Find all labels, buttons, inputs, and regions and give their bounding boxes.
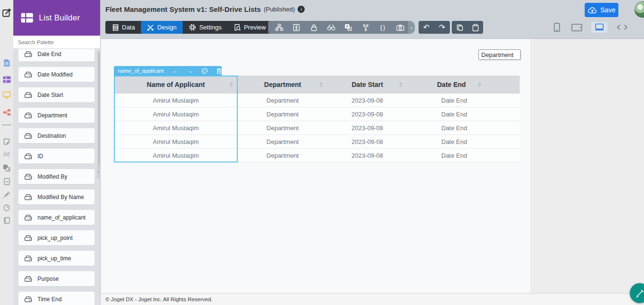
data-field-icon: [24, 276, 32, 282]
internationalization-icon[interactable]: [0, 164, 13, 172]
tab-design[interactable]: Design: [141, 21, 182, 34]
selected-column-id: name_of_applicant: [118, 68, 164, 74]
device-preview-group: [551, 21, 630, 34]
redo-icon[interactable]: ↷: [436, 24, 449, 31]
list-preview-table: Name of Applicant Department Date Start …: [114, 76, 520, 162]
published-status: (Published): [264, 6, 295, 13]
data-field-icon: [24, 71, 32, 78]
paste-icon[interactable]: [469, 24, 482, 31]
palette-item-pick-up-point[interactable]: pick_up_point: [18, 230, 95, 246]
table-cell[interactable]: 2023-09-08: [327, 135, 407, 148]
braces-icon[interactable]: {}: [377, 24, 389, 31]
user-avatar[interactable]: [635, 1, 644, 18]
table-cell[interactable]: Department: [238, 135, 327, 148]
table-cell[interactable]: 2023-09-08: [327, 107, 407, 121]
info-icon[interactable]: i: [298, 6, 305, 13]
table-row: Amirul Mustaqim Department 2023-09-08 Da…: [114, 149, 520, 162]
list-builder-nav-icon[interactable]: [0, 76, 13, 83]
table-cell[interactable]: 2023-09-08: [327, 149, 407, 162]
undo-icon[interactable]: ↶: [420, 24, 433, 31]
sidebar-collapse-handle[interactable]: ‹: [97, 165, 101, 179]
form-builder-nav-icon[interactable]: [0, 59, 13, 67]
gear-icon: [189, 24, 196, 31]
palette-item-name-of-applicant[interactable]: name_of_applicant: [18, 210, 95, 225]
table-cell[interactable]: Date End: [407, 107, 520, 121]
compose-edit-icon[interactable]: [0, 8, 13, 18]
selected-column-tag: name_of_applicant ← →: [114, 66, 222, 76]
palette-item-id[interactable]: ID: [18, 148, 95, 164]
branch-icon[interactable]: [360, 24, 372, 31]
move-column-left-icon[interactable]: ←: [172, 68, 178, 74]
palette-item-date-modified[interactable]: Date Modified: [18, 67, 95, 82]
copy-icon[interactable]: [453, 24, 467, 31]
builder-header: List Builder: [13, 0, 100, 36]
move-column-right-icon[interactable]: →: [187, 68, 193, 74]
tab-settings[interactable]: Settings: [183, 21, 228, 34]
table-cell[interactable]: Amirul Mustaqim: [114, 135, 238, 148]
palette-item-date-end[interactable]: Date End: [18, 49, 95, 62]
table-cell[interactable]: Department: [238, 107, 327, 121]
performance-gauge-icon[interactable]: [0, 204, 13, 211]
tab-preview[interactable]: Preview: [228, 21, 272, 34]
variables-icon[interactable]: {x}: [0, 151, 13, 157]
palette-item-modified-by[interactable]: Modified By: [18, 169, 95, 184]
desktop-preview-icon[interactable]: [591, 22, 607, 33]
table-cell[interactable]: Amirul Mustaqim: [114, 121, 238, 134]
tools-overflow-chevron-icon[interactable]: ›: [408, 21, 415, 34]
process-builder-nav-icon[interactable]: [0, 109, 13, 116]
report-icon[interactable]: [0, 178, 13, 185]
table-row: Amirul Mustaqim Department 2023-09-08 Da…: [114, 121, 520, 135]
table-cell[interactable]: Amirul Mustaqim: [114, 149, 238, 162]
column-header-date-end[interactable]: Date End: [407, 76, 520, 94]
palette-item-purpose[interactable]: Purpose: [18, 271, 95, 286]
drag-ghost-department[interactable]: Department: [478, 49, 521, 60]
palette-item-destination[interactable]: Destination: [18, 128, 95, 143]
palette-search-input[interactable]: [13, 36, 100, 48]
plugin-icon[interactable]: [0, 191, 13, 199]
table-cell[interactable]: Amirul Mustaqim: [114, 107, 238, 121]
table-cell[interactable]: 2023-09-08: [327, 94, 407, 107]
table-cell[interactable]: Date End: [407, 135, 520, 148]
sort-icon: [229, 82, 233, 87]
data-field-icon: [24, 296, 32, 303]
column-header-date-start[interactable]: Date Start: [327, 76, 407, 94]
binoculars-icon[interactable]: [325, 24, 337, 31]
notes-icon[interactable]: [0, 138, 13, 145]
table-cell[interactable]: Department: [238, 149, 327, 162]
column-header-department[interactable]: Department: [238, 76, 327, 94]
tablet-preview-icon[interactable]: [569, 22, 585, 33]
palette-item-modified-by-name[interactable]: Modified By Name: [18, 189, 95, 205]
save-button[interactable]: Save: [585, 3, 618, 17]
undo-redo-group: ↶ ↷: [419, 21, 450, 34]
tab-data[interactable]: Data: [106, 21, 141, 34]
table-cell[interactable]: Date End: [407, 149, 520, 162]
data-field-icon: [24, 255, 32, 262]
table-cell[interactable]: Department: [238, 121, 327, 134]
table-cell[interactable]: Department: [238, 94, 327, 107]
table-cell[interactable]: Date End: [407, 121, 520, 134]
responsive-width-icon[interactable]: [614, 23, 630, 31]
palette-item-department[interactable]: Department: [18, 107, 95, 123]
palette-item-time-end[interactable]: Time End: [18, 291, 95, 305]
phone-preview-icon[interactable]: [551, 21, 562, 33]
form-data-icon[interactable]: [290, 24, 303, 31]
delete-column-icon[interactable]: [216, 68, 222, 74]
translate-icon[interactable]: [342, 24, 355, 31]
column-style-palette-icon[interactable]: [202, 68, 208, 74]
table-cell[interactable]: Amirul Mustaqim: [114, 94, 238, 107]
userview-builder-nav-icon[interactable]: [0, 91, 13, 99]
data-field-icon: [24, 112, 32, 119]
column-header-name-of-applicant[interactable]: Name of Applicant: [114, 76, 238, 94]
data-field-icon: [24, 194, 32, 200]
palette-item-date-start[interactable]: Date Start: [18, 87, 95, 103]
table-cell[interactable]: 2023-09-08: [327, 121, 407, 134]
palette-item-pick-up-time[interactable]: pick_up_time: [18, 250, 95, 266]
table-cell[interactable]: Date End: [407, 94, 520, 107]
camera-icon[interactable]: [394, 24, 407, 31]
sitemap-icon[interactable]: [273, 24, 285, 31]
list-builder-logo-icon: [21, 13, 33, 23]
data-field-icon: [24, 153, 32, 160]
lock-icon[interactable]: [308, 24, 320, 31]
templates-icon[interactable]: [0, 217, 13, 224]
palette-scrollbar[interactable]: [98, 51, 100, 165]
